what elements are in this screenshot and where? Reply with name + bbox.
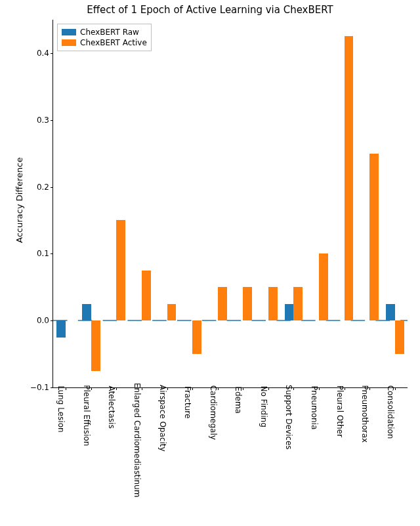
legend-label: ChexBERT Active — [80, 38, 147, 47]
legend-item: ChexBERT Active — [62, 37, 147, 48]
x-tick — [66, 387, 66, 390]
bar — [395, 320, 404, 354]
bar — [293, 287, 303, 320]
bar — [56, 320, 66, 337]
y-tick-label: 0.4 — [37, 49, 53, 58]
x-tick-label: Consolidation — [382, 361, 395, 414]
bar — [116, 220, 125, 320]
x-tick-label: Atelectasis — [103, 366, 116, 408]
legend-item: ChexBERT Raw — [62, 27, 147, 37]
y-tick-label: 0.2 — [37, 183, 53, 192]
x-tick — [243, 387, 243, 390]
x-tick-label: Edema — [230, 374, 243, 401]
legend-label: ChexBERT Raw — [80, 28, 139, 37]
bar — [319, 253, 328, 320]
bar — [142, 271, 151, 320]
x-tick-label: No Finding — [255, 366, 268, 408]
bar — [82, 304, 91, 320]
x-tick-label: Pleural Other — [331, 361, 345, 413]
x-tick-label: Support Devices — [280, 355, 293, 420]
bar — [386, 304, 395, 320]
bar — [167, 304, 177, 320]
x-tick-label: Cardiomegaly — [205, 360, 218, 414]
bar — [285, 304, 294, 320]
x-tick — [369, 387, 370, 390]
figure: Effect of 1 Epoch of Active Learning via… — [0, 0, 420, 526]
x-tick — [319, 387, 320, 390]
y-tick-label: 0.0 — [37, 316, 53, 325]
bar — [91, 320, 100, 370]
x-tick-label: Enlarged Cardiomediastinum — [129, 330, 142, 445]
x-tick-label: Pleural Effusion — [78, 357, 91, 418]
y-axis-label: Accuracy Difference — [14, 157, 24, 243]
legend-swatch — [62, 29, 76, 35]
bar — [268, 287, 278, 320]
bar — [243, 287, 252, 320]
bar — [218, 287, 227, 320]
bar — [192, 320, 201, 354]
legend: ChexBERT RawChexBERT Active — [57, 24, 152, 51]
y-tick-label: 0.3 — [37, 116, 53, 125]
x-tick — [116, 387, 117, 390]
plot-area: ChexBERT RawChexBERT Active −0.10.00.10.… — [52, 20, 408, 388]
x-tick-label: Lung Lesion — [52, 364, 66, 411]
legend-swatch — [62, 39, 76, 46]
x-tick — [142, 387, 142, 390]
bar — [369, 154, 379, 321]
x-tick-label: Pneumothorax — [356, 359, 369, 416]
x-tick-label: Airspace Opacity — [154, 354, 167, 421]
bar — [345, 36, 354, 320]
x-tick — [192, 387, 193, 390]
x-tick-label: Pneumonia — [306, 366, 319, 410]
x-tick — [293, 387, 294, 390]
chart-title: Effect of 1 Epoch of Active Learning via… — [0, 4, 420, 16]
y-tick-label: 0.1 — [37, 249, 53, 258]
y-tick-label: −0.1 — [30, 383, 53, 392]
x-tick-label: Fracture — [179, 371, 192, 403]
